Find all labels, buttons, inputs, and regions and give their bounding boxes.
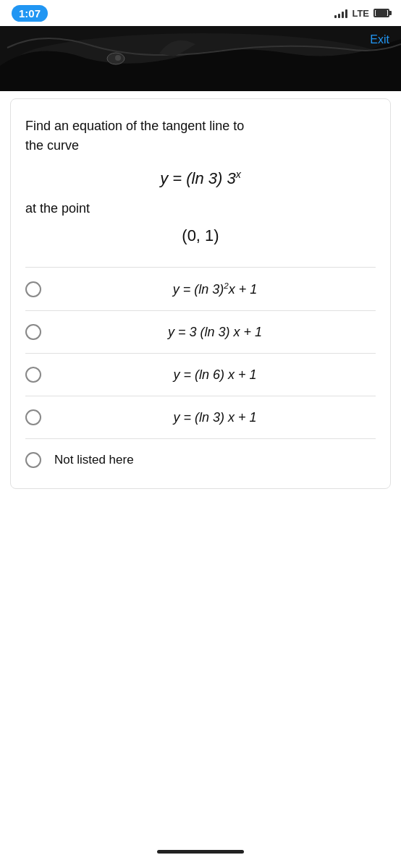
option-1-label: y = (ln 3)2x + 1: [54, 281, 376, 297]
radio-5[interactable]: [25, 452, 41, 468]
option-not-listed[interactable]: Not listed here: [25, 438, 376, 481]
point-value: (0, 1): [25, 226, 376, 245]
radio-3[interactable]: [25, 367, 41, 383]
option-5-label: Not listed here: [54, 453, 376, 467]
lte-label: LTE: [352, 8, 369, 19]
radio-2[interactable]: [25, 324, 41, 340]
main-equation: y = (ln 3) 3x: [25, 169, 376, 188]
question-intro: Find an equation of the tangent line to …: [25, 116, 376, 156]
signal-icon: [334, 8, 347, 18]
exit-button[interactable]: Exit: [370, 33, 389, 46]
option-2[interactable]: y = 3 (ln 3) x + 1: [25, 310, 376, 353]
battery-icon: [373, 9, 389, 17]
header-image: Exit: [0, 26, 401, 91]
option-1[interactable]: y = (ln 3)2x + 1: [25, 267, 376, 310]
option-3[interactable]: y = (ln 6) x + 1: [25, 353, 376, 396]
svg-point-3: [115, 55, 121, 61]
home-indicator: [157, 850, 244, 854]
question-card: Find an equation of the tangent line to …: [10, 98, 391, 489]
radio-4[interactable]: [25, 409, 41, 425]
status-bar: 1:07 LTE: [0, 0, 401, 26]
option-4[interactable]: y = (ln 3) x + 1: [25, 396, 376, 438]
at-point-label: at the point: [25, 201, 376, 216]
options-list: y = (ln 3)2x + 1 y = 3 (ln 3) x + 1 y = …: [25, 267, 376, 481]
option-3-label: y = (ln 6) x + 1: [54, 367, 376, 383]
time-display: 1:07: [12, 5, 48, 22]
option-2-label: y = 3 (ln 3) x + 1: [54, 325, 376, 340]
option-4-label: y = (ln 3) x + 1: [54, 410, 376, 425]
radio-1[interactable]: [25, 281, 41, 297]
status-icons: LTE: [334, 8, 389, 19]
